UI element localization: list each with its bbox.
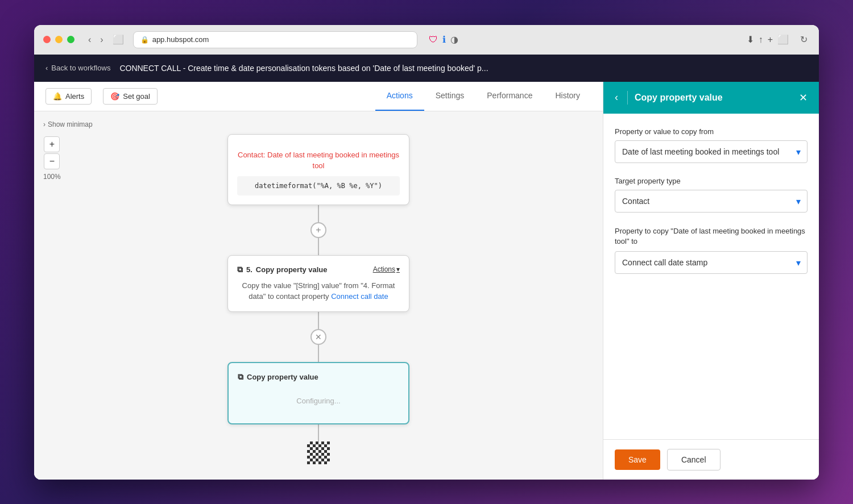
copy-node-title: ⧉ 5. Copy property value — [237, 265, 328, 274]
format-node-body: Contact: Date of last meeting booked in … — [237, 149, 400, 195]
back-chevron-icon: ‹ — [45, 64, 48, 72]
cancel-button[interactable]: Cancel — [667, 449, 721, 470]
new-node-header: ⧉ Copy property value — [238, 372, 399, 382]
source-field-select[interactable]: Date of last meeting booked in meetings … — [615, 140, 808, 163]
close-traffic-light[interactable] — [43, 36, 51, 43]
copy-node-body: Copy the value "[String] value" from "4.… — [237, 280, 400, 302]
connector-line-5 — [318, 424, 319, 441]
app-content: ‹ Back to workflows CONNECT CALL - Creat… — [34, 55, 819, 480]
back-to-workflows-link[interactable]: ‹ Back to workflows — [45, 64, 110, 72]
back-label: Back to workflows — [51, 64, 110, 72]
form-group-target-type: Target property type Contact ▾ — [615, 177, 808, 213]
app-body: 🔔 Alerts 🎯 Set goal Actions Settings — [34, 82, 819, 480]
pocket-icon[interactable]: 🛡 — [429, 35, 438, 45]
panel-header-divider — [627, 91, 628, 105]
browser-extension-icons: 🛡 ℹ ◑ — [429, 34, 458, 45]
copy-node-link[interactable]: Connect call date — [331, 292, 388, 301]
source-field-wrapper: Date of last meeting booked in meetings … — [615, 140, 808, 163]
form-group-destination: Property to copy "Date of last meeting b… — [615, 226, 808, 274]
workflow-canvas[interactable]: › Show minimap + − 100% — [34, 111, 603, 480]
contrast-icon[interactable]: ◑ — [450, 34, 458, 45]
copy-node-header: ⧉ 5. Copy property value Actions ▾ — [237, 265, 400, 274]
workflow-title: CONNECT CALL - Create time & date person… — [119, 64, 488, 73]
new-tab-icon[interactable]: + — [768, 35, 773, 45]
tab-settings-label: Settings — [436, 91, 465, 100]
workflow-nodes: Contact: Date of last meeting booked in … — [227, 123, 409, 464]
set-goal-button[interactable]: 🎯 Set goal — [103, 88, 158, 105]
tab-history[interactable]: History — [544, 82, 591, 111]
canvas-area: 🔔 Alerts 🎯 Set goal Actions Settings — [34, 82, 603, 480]
format-data-node[interactable]: Contact: Date of last meeting booked in … — [227, 134, 409, 205]
form-group-source: Property or value to copy from Date of l… — [615, 127, 808, 163]
traffic-lights — [43, 36, 74, 43]
address-bar[interactable]: 🔒 app.hubspot.com — [133, 31, 417, 48]
copy-icon-2: ⧉ — [238, 372, 243, 382]
workflow-container: Contact: Date of last meeting booked in … — [34, 111, 603, 480]
new-copy-property-node[interactable]: ⧉ Copy property value Configuring... — [227, 362, 409, 424]
tab-actions[interactable]: Actions — [375, 82, 424, 111]
panel-header: ‹ Copy property value ✕ — [603, 82, 819, 114]
copy-icon: ⧉ — [237, 265, 243, 274]
minimize-traffic-light[interactable] — [55, 36, 63, 43]
delete-step-button[interactable]: ✕ — [310, 329, 326, 345]
app-header: ‹ Back to workflows CONNECT CALL - Creat… — [34, 55, 819, 82]
copy-node-title-text: Copy property value — [256, 265, 328, 274]
format-node-code: datetimeformat("%A, %B %e, %Y") — [237, 176, 400, 195]
browser-controls: ‹ › ⬜ — [86, 33, 126, 46]
browser-action-icons: ⬇ ↑ + ⬜ — [742, 34, 789, 45]
lock-icon: 🔒 — [140, 36, 149, 44]
configuring-text: Configuring... — [238, 388, 399, 414]
alerts-button[interactable]: 🔔 Alerts — [45, 88, 92, 105]
top-nav: 🔔 Alerts 🎯 Set goal Actions Settings — [34, 82, 603, 111]
window-icon[interactable]: ⬜ — [777, 34, 789, 45]
target-type-select[interactable]: Contact — [615, 190, 808, 213]
nav-tabs: Actions Settings Performance History — [375, 82, 591, 111]
panel-footer: Save Cancel — [603, 439, 819, 480]
share-icon[interactable]: ↑ — [759, 35, 763, 45]
source-field-label: Property or value to copy from — [615, 127, 808, 136]
fullscreen-traffic-light[interactable] — [67, 36, 74, 43]
format-node-subtitle: Contact: Date of last meeting booked in … — [237, 149, 400, 172]
alerts-label: Alerts — [65, 92, 84, 101]
reload-button[interactable]: ↻ — [798, 33, 810, 46]
forward-button[interactable]: › — [98, 34, 105, 46]
panel-title: Copy property value — [635, 93, 790, 103]
right-panel: ‹ Copy property value ✕ Property or valu… — [603, 82, 819, 480]
connector-line-3 — [318, 312, 319, 329]
download-icon[interactable]: ⬇ — [747, 34, 754, 45]
connector-line-4 — [318, 345, 319, 362]
goal-icon: 🎯 — [110, 92, 119, 101]
sidebar-toggle[interactable]: ⬜ — [110, 33, 126, 46]
tab-settings[interactable]: Settings — [424, 82, 476, 111]
add-step-button-1[interactable]: + — [310, 222, 326, 238]
alert-icon: 🔔 — [53, 92, 62, 101]
set-goal-label: Set goal — [123, 92, 150, 101]
address-text: app.hubspot.com — [152, 35, 209, 44]
workflow-end-marker — [307, 441, 330, 464]
destination-field-wrapper: Connect call date stamp ▾ — [615, 251, 808, 274]
browser-titlebar: ‹ › ⬜ 🔒 app.hubspot.com 🛡 ℹ ◑ ⬇ ↑ + ⬜ ↻ — [34, 25, 819, 55]
panel-close-button[interactable]: ✕ — [797, 89, 810, 106]
save-button[interactable]: Save — [615, 449, 660, 470]
node-actions-button[interactable]: Actions ▾ — [373, 265, 400, 273]
browser-window: ‹ › ⬜ 🔒 app.hubspot.com 🛡 ℹ ◑ ⬇ ↑ + ⬜ ↻ … — [34, 25, 819, 480]
target-type-wrapper: Contact ▾ — [615, 190, 808, 213]
copy-property-node[interactable]: ⧉ 5. Copy property value Actions ▾ — [227, 255, 409, 312]
new-node-title: ⧉ Copy property value — [238, 372, 318, 382]
tab-performance-label: Performance — [487, 91, 532, 100]
new-node-title-text: Copy property value — [247, 373, 318, 381]
back-button[interactable]: ‹ — [86, 34, 93, 46]
target-type-label: Target property type — [615, 177, 808, 185]
panel-body: Property or value to copy from Date of l… — [603, 114, 819, 439]
node-actions-label: Actions — [373, 265, 395, 273]
tab-actions-label: Actions — [387, 91, 413, 100]
panel-back-button[interactable]: ‹ — [612, 89, 620, 106]
copy-node-number: 5. — [246, 265, 252, 274]
connector-line-2 — [318, 238, 319, 255]
tab-performance[interactable]: Performance — [475, 82, 544, 111]
destination-field-select[interactable]: Connect call date stamp — [615, 251, 808, 274]
destination-field-label: Property to copy "Date of last meeting b… — [615, 226, 808, 247]
actions-chevron-icon: ▾ — [396, 265, 400, 273]
extension-icon[interactable]: ℹ — [442, 34, 446, 45]
connector-line-1 — [318, 205, 319, 222]
